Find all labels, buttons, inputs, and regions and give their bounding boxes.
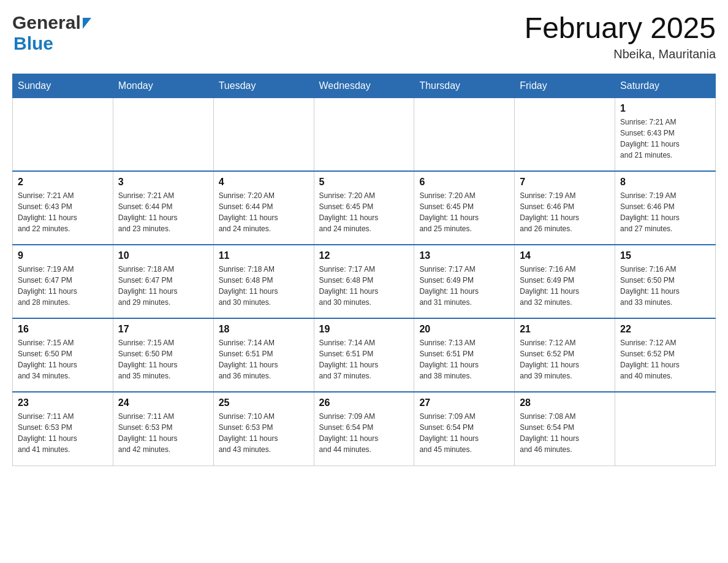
day-info: Sunrise: 7:16 AM Sunset: 6:49 PM Dayligh… xyxy=(520,264,610,308)
day-number: 14 xyxy=(520,250,610,261)
day-number: 27 xyxy=(419,397,509,408)
calendar-cell: 27Sunrise: 7:09 AM Sunset: 6:54 PM Dayli… xyxy=(414,392,515,465)
day-info: Sunrise: 7:20 AM Sunset: 6:45 PM Dayligh… xyxy=(419,190,509,234)
calendar-cell: 26Sunrise: 7:09 AM Sunset: 6:54 PM Dayli… xyxy=(314,392,414,465)
calendar-cell: 1Sunrise: 7:21 AM Sunset: 6:43 PM Daylig… xyxy=(615,98,716,171)
day-info: Sunrise: 7:14 AM Sunset: 6:51 PM Dayligh… xyxy=(219,337,309,381)
day-number: 6 xyxy=(419,177,509,188)
calendar-header-wednesday: Wednesday xyxy=(314,74,414,98)
day-number: 18 xyxy=(219,324,309,335)
day-number: 24 xyxy=(118,397,208,408)
calendar-week-1: 1Sunrise: 7:21 AM Sunset: 6:43 PM Daylig… xyxy=(13,98,716,171)
day-info: Sunrise: 7:20 AM Sunset: 6:44 PM Dayligh… xyxy=(219,190,309,234)
calendar-cell xyxy=(213,98,314,171)
day-number: 5 xyxy=(319,177,409,188)
calendar-header-monday: Monday xyxy=(113,74,213,98)
day-number: 4 xyxy=(219,177,309,188)
calendar-cell: 21Sunrise: 7:12 AM Sunset: 6:52 PM Dayli… xyxy=(515,318,615,392)
day-number: 9 xyxy=(18,250,108,261)
day-info: Sunrise: 7:12 AM Sunset: 6:52 PM Dayligh… xyxy=(520,337,610,381)
day-info: Sunrise: 7:18 AM Sunset: 6:47 PM Dayligh… xyxy=(118,264,208,308)
calendar-cell: 28Sunrise: 7:08 AM Sunset: 6:54 PM Dayli… xyxy=(515,392,615,465)
calendar-cell: 23Sunrise: 7:11 AM Sunset: 6:53 PM Dayli… xyxy=(13,392,113,465)
calendar-cell: 14Sunrise: 7:16 AM Sunset: 6:49 PM Dayli… xyxy=(515,245,615,318)
calendar-cell xyxy=(615,392,716,465)
calendar-week-3: 9Sunrise: 7:19 AM Sunset: 6:47 PM Daylig… xyxy=(13,245,716,318)
day-info: Sunrise: 7:19 AM Sunset: 6:46 PM Dayligh… xyxy=(520,190,610,234)
calendar-header-tuesday: Tuesday xyxy=(213,74,314,98)
day-info: Sunrise: 7:11 AM Sunset: 6:53 PM Dayligh… xyxy=(118,411,208,455)
calendar-cell: 19Sunrise: 7:14 AM Sunset: 6:51 PM Dayli… xyxy=(314,318,414,392)
calendar-cell: 8Sunrise: 7:19 AM Sunset: 6:46 PM Daylig… xyxy=(615,171,716,245)
day-info: Sunrise: 7:17 AM Sunset: 6:49 PM Dayligh… xyxy=(419,264,509,308)
calendar-header-sunday: Sunday xyxy=(13,74,113,98)
calendar-cell: 15Sunrise: 7:16 AM Sunset: 6:50 PM Dayli… xyxy=(615,245,716,318)
logo-triangle xyxy=(83,18,91,29)
day-info: Sunrise: 7:19 AM Sunset: 6:46 PM Dayligh… xyxy=(620,190,710,234)
calendar-cell: 11Sunrise: 7:18 AM Sunset: 6:48 PM Dayli… xyxy=(213,245,314,318)
day-info: Sunrise: 7:21 AM Sunset: 6:43 PM Dayligh… xyxy=(18,190,108,234)
day-number: 28 xyxy=(520,397,610,408)
day-number: 7 xyxy=(520,177,610,188)
day-info: Sunrise: 7:17 AM Sunset: 6:48 PM Dayligh… xyxy=(319,264,409,308)
day-number: 26 xyxy=(319,397,409,408)
calendar-cell xyxy=(515,98,615,171)
calendar-cell: 16Sunrise: 7:15 AM Sunset: 6:50 PM Dayli… xyxy=(13,318,113,392)
day-number: 1 xyxy=(620,103,710,114)
day-info: Sunrise: 7:13 AM Sunset: 6:51 PM Dayligh… xyxy=(419,337,509,381)
day-info: Sunrise: 7:08 AM Sunset: 6:54 PM Dayligh… xyxy=(520,411,610,455)
calendar-cell: 5Sunrise: 7:20 AM Sunset: 6:45 PM Daylig… xyxy=(314,171,414,245)
calendar-cell: 10Sunrise: 7:18 AM Sunset: 6:47 PM Dayli… xyxy=(113,245,213,318)
day-info: Sunrise: 7:11 AM Sunset: 6:53 PM Dayligh… xyxy=(18,411,108,455)
calendar-cell: 4Sunrise: 7:20 AM Sunset: 6:44 PM Daylig… xyxy=(213,171,314,245)
day-number: 3 xyxy=(118,177,208,188)
calendar-cell: 3Sunrise: 7:21 AM Sunset: 6:44 PM Daylig… xyxy=(113,171,213,245)
day-info: Sunrise: 7:16 AM Sunset: 6:50 PM Dayligh… xyxy=(620,264,710,308)
day-number: 21 xyxy=(520,324,610,335)
day-number: 13 xyxy=(419,250,509,261)
day-number: 17 xyxy=(118,324,208,335)
day-number: 10 xyxy=(118,250,208,261)
calendar-cell xyxy=(314,98,414,171)
calendar-cell xyxy=(13,98,113,171)
day-info: Sunrise: 7:20 AM Sunset: 6:45 PM Dayligh… xyxy=(319,190,409,234)
calendar-cell: 9Sunrise: 7:19 AM Sunset: 6:47 PM Daylig… xyxy=(13,245,113,318)
calendar-header-thursday: Thursday xyxy=(414,74,515,98)
day-info: Sunrise: 7:09 AM Sunset: 6:54 PM Dayligh… xyxy=(319,411,409,455)
day-number: 12 xyxy=(319,250,409,261)
calendar-table: SundayMondayTuesdayWednesdayThursdayFrid… xyxy=(12,74,716,466)
calendar-cell: 22Sunrise: 7:12 AM Sunset: 6:52 PM Dayli… xyxy=(615,318,716,392)
day-number: 19 xyxy=(319,324,409,335)
calendar-cell: 25Sunrise: 7:10 AM Sunset: 6:53 PM Dayli… xyxy=(213,392,314,465)
day-number: 8 xyxy=(620,177,710,188)
calendar-cell: 17Sunrise: 7:15 AM Sunset: 6:50 PM Dayli… xyxy=(113,318,213,392)
month-title: February 2025 xyxy=(525,12,716,45)
day-number: 2 xyxy=(18,177,108,188)
day-number: 20 xyxy=(419,324,509,335)
page-header: General Blue February 2025 Nbeika, Mauri… xyxy=(12,12,716,61)
calendar-cell: 12Sunrise: 7:17 AM Sunset: 6:48 PM Dayli… xyxy=(314,245,414,318)
day-info: Sunrise: 7:19 AM Sunset: 6:47 PM Dayligh… xyxy=(18,264,108,308)
day-info: Sunrise: 7:09 AM Sunset: 6:54 PM Dayligh… xyxy=(419,411,509,455)
calendar-week-2: 2Sunrise: 7:21 AM Sunset: 6:43 PM Daylig… xyxy=(13,171,716,245)
calendar-week-5: 23Sunrise: 7:11 AM Sunset: 6:53 PM Dayli… xyxy=(13,392,716,465)
location: Nbeika, Mauritania xyxy=(525,47,716,61)
day-number: 25 xyxy=(219,397,309,408)
calendar-cell xyxy=(414,98,515,171)
day-info: Sunrise: 7:15 AM Sunset: 6:50 PM Dayligh… xyxy=(118,337,208,381)
logo: General Blue xyxy=(12,12,91,54)
calendar-cell: 13Sunrise: 7:17 AM Sunset: 6:49 PM Dayli… xyxy=(414,245,515,318)
calendar-week-4: 16Sunrise: 7:15 AM Sunset: 6:50 PM Dayli… xyxy=(13,318,716,392)
calendar-cell: 6Sunrise: 7:20 AM Sunset: 6:45 PM Daylig… xyxy=(414,171,515,245)
calendar-cell: 20Sunrise: 7:13 AM Sunset: 6:51 PM Dayli… xyxy=(414,318,515,392)
logo-general: General xyxy=(12,12,81,33)
calendar-header-saturday: Saturday xyxy=(615,74,716,98)
day-info: Sunrise: 7:12 AM Sunset: 6:52 PM Dayligh… xyxy=(620,337,710,381)
title-section: February 2025 Nbeika, Mauritania xyxy=(525,12,716,61)
day-info: Sunrise: 7:10 AM Sunset: 6:53 PM Dayligh… xyxy=(219,411,309,455)
calendar-cell: 7Sunrise: 7:19 AM Sunset: 6:46 PM Daylig… xyxy=(515,171,615,245)
day-number: 23 xyxy=(18,397,108,408)
day-number: 22 xyxy=(620,324,710,335)
calendar-cell xyxy=(113,98,213,171)
day-info: Sunrise: 7:15 AM Sunset: 6:50 PM Dayligh… xyxy=(18,337,108,381)
